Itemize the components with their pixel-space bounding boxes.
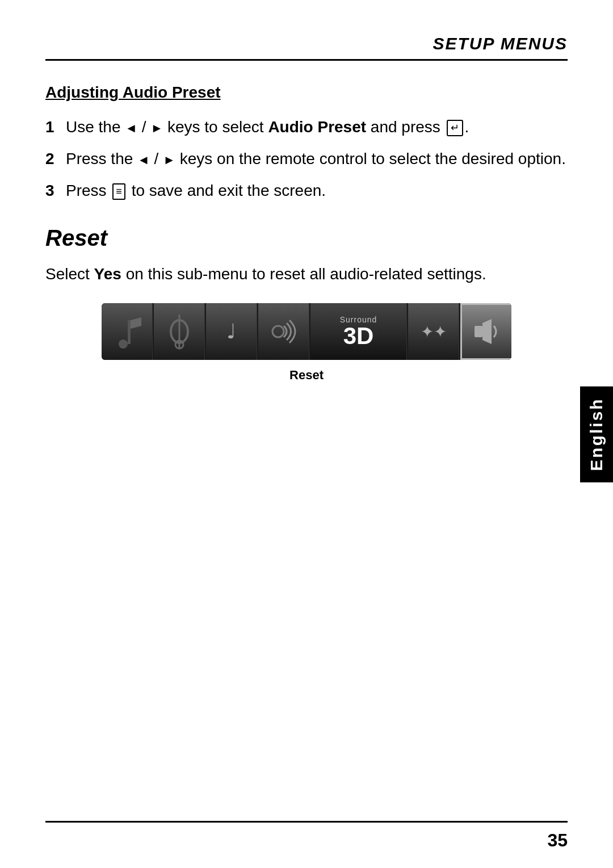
svg-point-0 <box>119 339 128 349</box>
step-text-1: Use the ◄ / ► keys to select Audio Prese… <box>66 115 568 139</box>
language-side-tab: English <box>580 386 613 482</box>
step-number-1: 1 <box>45 115 66 139</box>
audio-bar-container: ♩ Surround 3D <box>45 303 568 383</box>
instruction-step-2: 2 Press the ◄ / ► keys on the remote con… <box>45 147 568 171</box>
reset-title: Reset <box>45 225 568 251</box>
step-text-2: Press the ◄ / ► keys on the remote contr… <box>66 147 568 171</box>
side-tab-label: English <box>587 397 606 471</box>
header-title: SETUP MENUS <box>433 34 568 53</box>
svg-rect-1 <box>128 320 131 344</box>
reset-section: Reset Select Yes on this sub-menu to res… <box>45 225 568 383</box>
instructions-list: 1 Use the ◄ / ► keys to select Audio Pre… <box>45 115 568 203</box>
sparkle-symbol: ✦✦ <box>421 322 447 341</box>
audio-icon-music <box>102 303 153 360</box>
section-heading: Adjusting Audio Preset <box>45 83 568 102</box>
audio-icon-wave <box>258 303 309 360</box>
bottom-divider <box>45 821 568 823</box>
step-text-3: Press ≡ to save and exit the screen. <box>66 179 568 203</box>
left-arrow-icon-2: ◄ <box>137 150 150 169</box>
top-divider <box>45 59 568 61</box>
reset-description: Select Yes on this sub-menu to reset all… <box>45 262 568 286</box>
right-arrow-icon: ► <box>150 119 163 137</box>
step-number-2: 2 <box>45 147 66 171</box>
right-arrow-icon-2: ► <box>163 150 175 169</box>
instruction-step-3: 3 Press ≡ to save and exit the screen. <box>45 179 568 203</box>
reset-label-text: Reset <box>289 368 324 383</box>
step-number-3: 3 <box>45 179 66 203</box>
note-symbol: ♩ <box>226 320 236 343</box>
audio-icon-reset-selected <box>460 303 511 360</box>
instruction-step-1: 1 Use the ◄ / ► keys to select Audio Pre… <box>45 115 568 139</box>
page-header: SETUP MENUS <box>45 34 568 53</box>
audio-icon-note: ♩ <box>206 303 257 360</box>
page-container: SETUP MENUS Adjusting Audio Preset 1 Use… <box>0 0 613 868</box>
menu-icon: ≡ <box>112 183 125 200</box>
enter-icon: ↵ <box>447 120 463 136</box>
left-arrow-icon: ◄ <box>125 119 137 137</box>
audio-surround-3d-cell: Surround 3D <box>310 303 407 360</box>
page-number: 35 <box>547 830 568 851</box>
audio-preset-bar: ♩ Surround 3D <box>102 303 511 360</box>
svg-rect-6 <box>475 326 482 337</box>
surround-3d-label: 3D <box>343 324 374 348</box>
audio-icon-sparkle: ✦✦ <box>408 303 459 360</box>
audio-icon-treble <box>154 303 205 360</box>
svg-point-5 <box>272 326 284 337</box>
adjusting-audio-preset-section: Adjusting Audio Preset 1 Use the ◄ / ► k… <box>45 83 568 203</box>
reset-label-area: Reset <box>289 363 324 383</box>
